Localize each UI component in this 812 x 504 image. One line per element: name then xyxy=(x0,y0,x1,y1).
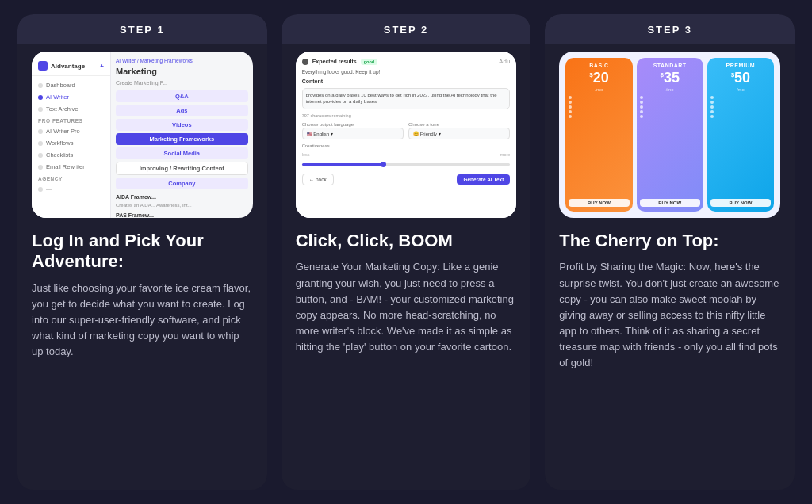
ph2-lang-select[interactable]: 🇺🇸 English ▾ xyxy=(302,128,404,139)
ph3-basic-features xyxy=(569,94,629,120)
ph2-slider-thumb xyxy=(381,162,386,167)
step-1-phone: Aidvantage + Dashboard AI Writer Text Ar… xyxy=(32,52,253,218)
ph3-plan-premium: PREMIUM $50 /mo BUY NOW xyxy=(707,58,774,212)
f-dot xyxy=(640,115,643,118)
ph3-standart-period: /mo xyxy=(666,87,674,92)
step-3-phone: BASIC $20 /mo BUY NOW STANDAR xyxy=(559,52,780,218)
step-1-label: STEP 1 xyxy=(17,14,267,44)
ph3-std-f2 xyxy=(640,101,700,104)
f-dot xyxy=(569,96,572,99)
ph1-breadcrumb: AI Writer / Marketing Frameworks xyxy=(116,58,248,63)
ph2-slider-track[interactable] xyxy=(302,163,511,166)
ph3-pre-f5 xyxy=(710,115,771,118)
ph2-generate-button[interactable]: Generate AI Text xyxy=(457,174,510,185)
nav-dot-email xyxy=(38,165,43,170)
step-3-title: The Cherry on Top: xyxy=(559,231,780,251)
f-dot xyxy=(569,110,572,113)
ph1-btn-social[interactable]: Social Media xyxy=(116,147,248,159)
ph3-basic-f2 xyxy=(569,101,629,104)
ph1-btn-videos[interactable]: Videos xyxy=(116,119,248,131)
ph1-btn-company[interactable]: Company xyxy=(116,178,248,189)
ph3-pre-f3 xyxy=(710,105,771,109)
ph3-pre-f4 xyxy=(710,110,771,113)
nav-dot-text-archive xyxy=(38,107,43,112)
ph1-agency-item: — xyxy=(32,183,110,195)
aidvantage-icon xyxy=(38,61,48,71)
ph2-language-tone-row: Choose output language 🇺🇸 English ▾ Choo… xyxy=(302,122,511,139)
ph2-creativity-label: Creativeness xyxy=(302,143,511,148)
ph2-language-col: Choose output language 🇺🇸 English ▾ xyxy=(302,122,404,139)
ph2-good-badge: good xyxy=(361,59,377,65)
step-1-desc: Just like choosing your favorite ice cre… xyxy=(32,281,253,361)
ph2-btn-row: ← back Generate AI Text xyxy=(302,174,511,185)
phone1-sidebar: Aidvantage + Dashboard AI Writer Text Ar… xyxy=(32,52,111,218)
ph1-btn-ads[interactable]: Ads xyxy=(116,105,248,116)
f-dot xyxy=(569,101,572,104)
ph3-basic-f3 xyxy=(569,105,629,109)
f-dot xyxy=(640,110,643,113)
ph3-standart-buy-button[interactable]: BUY NOW xyxy=(640,199,700,207)
ph2-result-text: Everything looks good. Keep it up! xyxy=(302,69,511,74)
ph1-aida-title: AIDA Framew... xyxy=(116,194,248,200)
ph3-basic-name: BASIC xyxy=(589,63,608,68)
ph3-premium-buy-button[interactable]: BUY NOW xyxy=(710,199,771,207)
f-dot xyxy=(710,110,714,113)
agency-label: AGENCY xyxy=(32,173,110,183)
ph2-tone-label: Choose a tone xyxy=(408,122,510,127)
step-2-content: Click, Click, BOOM Generate Your Marketi… xyxy=(282,218,531,490)
ph3-basic-buy-button[interactable]: BUY NOW xyxy=(569,199,629,207)
step-2-card: STEP 2 Expected results good Adu Everyth… xyxy=(282,14,531,490)
ph1-ai-writer-pro: AI Writer Pro xyxy=(32,125,110,137)
step-1-title: Log In and Pick Your Adventure: xyxy=(32,231,253,273)
f-dot xyxy=(710,105,714,109)
ph1-heading: Marketing xyxy=(116,67,248,77)
main-container: STEP 1 Aidvantage + Dashboard AI Writ xyxy=(0,0,812,504)
ph1-email-rewriter: Email Rewriter xyxy=(32,161,110,173)
ph1-sub: Create Marketing F... xyxy=(116,80,248,86)
ph2-expected-label: Expected results xyxy=(312,59,357,64)
ph2-back-button[interactable]: ← back xyxy=(302,174,334,185)
ph3-std-f5 xyxy=(640,115,700,118)
step-3-content: The Cherry on Top: Profit by Sharing the… xyxy=(545,218,795,490)
ph2-content-textarea[interactable]: provides on a daily bases 10 best ways t… xyxy=(302,88,511,109)
ph2-status-dot xyxy=(302,59,308,65)
pro-features-label: PRO FEATURES xyxy=(32,115,110,125)
ph3-premium-name: PREMIUM xyxy=(726,63,756,68)
ph2-slider-fill xyxy=(302,163,385,166)
ph3-basic-price: $20 xyxy=(589,71,608,85)
ph1-btn-marketing[interactable]: Marketing Frameworks xyxy=(116,133,248,145)
phone1-main: AI Writer / Marketing Frameworks Marketi… xyxy=(111,52,253,218)
ph3-plan-standart: STANDART $35 /mo BUY NOW xyxy=(637,58,703,212)
f-dot xyxy=(710,101,714,104)
step-3-desc: Profit by Sharing the Magic: Now, here's… xyxy=(559,259,780,371)
ph1-btn-qna[interactable]: Q&A xyxy=(116,90,248,102)
ph3-basic-period: /mo xyxy=(595,87,603,92)
ph3-std-f4 xyxy=(640,110,700,113)
nav-dot-ai-writer xyxy=(38,95,43,100)
ph1-btn-improving[interactable]: Improving / Rewriting Content xyxy=(116,162,248,175)
ph2-content-label: Content xyxy=(302,78,511,84)
step-2-phone: Expected results good Adu Everything loo… xyxy=(296,52,517,218)
step-1-content: Log In and Pick Your Adventure: Just lik… xyxy=(17,218,267,490)
ph3-std-f1 xyxy=(640,96,700,99)
ph2-lang-label: Choose output language xyxy=(302,122,404,127)
ph2-chars-remaining: 797 characters remaining xyxy=(302,113,511,118)
f-dot xyxy=(569,105,572,109)
step-1-card: STEP 1 Aidvantage + Dashboard AI Writ xyxy=(17,14,267,490)
f-dot xyxy=(569,115,572,118)
ph1-workflows: Workflows xyxy=(32,137,110,149)
ph2-slider-labels: less more xyxy=(302,152,511,157)
nav-dot-agency xyxy=(38,187,43,192)
ph1-logo: Aidvantage + xyxy=(32,56,110,76)
ph1-btn-row: Q&A Ads Videos Marketing Frameworks Soci… xyxy=(116,90,248,189)
ph2-tone-select[interactable]: 😊 Friendly ▾ xyxy=(408,128,510,139)
ph1-dashboard: Dashboard xyxy=(32,79,110,91)
step-3-card: STEP 3 BASIC $20 /mo xyxy=(545,14,795,490)
ph2-header: Expected results good Adu xyxy=(302,58,511,65)
nav-dot-workflows xyxy=(38,141,43,146)
ph2-tone-col: Choose a tone 😊 Friendly ▾ xyxy=(408,122,510,139)
ph3-premium-period: /mo xyxy=(737,87,745,92)
f-dot xyxy=(710,115,714,118)
step-2-label: STEP 2 xyxy=(282,14,531,44)
ph3-standart-features xyxy=(640,94,700,120)
